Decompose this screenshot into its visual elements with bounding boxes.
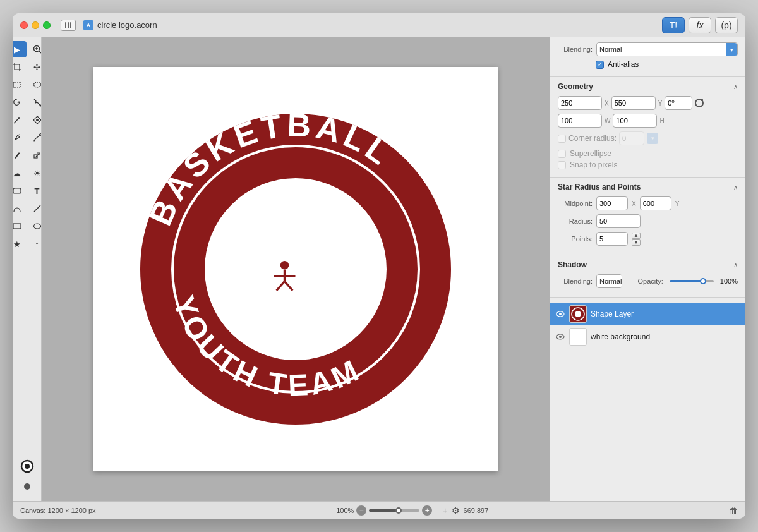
opacity-slider[interactable] [670, 280, 714, 282]
wand-tool[interactable] [13, 112, 27, 128]
add-layer-button[interactable]: + [442, 505, 447, 516]
corner-radius-input[interactable] [619, 131, 644, 145]
tab-params-button[interactable]: (p) [715, 17, 738, 33]
snap-to-pixels-checkbox[interactable] [558, 161, 566, 169]
transform-tool[interactable]: ✢ [28, 59, 42, 75]
sidebar-toggle-icon [65, 22, 71, 28]
star-chevron-icon[interactable]: ∧ [733, 184, 738, 191]
layer-shape-layer[interactable]: Shape Layer [550, 303, 745, 325]
geometry-title: Geometry [558, 82, 593, 91]
tab-layers-button[interactable]: T! [662, 17, 685, 33]
shadow-header: Shadow ∧ [558, 260, 738, 269]
svg-point-23 [24, 483, 30, 490]
layer-shape-visibility-icon[interactable] [555, 309, 565, 319]
points-row: Points: ▲ ▼ [558, 232, 738, 246]
midpoint-x-input[interactable] [596, 196, 628, 210]
svg-line-16 [34, 205, 40, 212]
arrow-tool[interactable]: ↑ [28, 236, 42, 252]
star-title: Star Radius and Points [558, 183, 641, 191]
select-tool[interactable]: ▶ [13, 41, 27, 57]
svg-line-7 [14, 118, 19, 123]
bezier-tool[interactable] [13, 200, 27, 217]
blending-value: Normal [597, 43, 726, 56]
superellipse-checkbox[interactable] [558, 150, 566, 158]
svg-rect-4 [13, 82, 21, 87]
crop-tool[interactable] [13, 59, 27, 75]
color-right-tool[interactable] [18, 478, 37, 495]
corner-radius-checkbox[interactable] [558, 135, 566, 143]
zoom-level: 100% [336, 507, 354, 514]
snap-to-pixels-label: Snap to pixels [570, 160, 617, 169]
zoom-in-button[interactable]: + [422, 505, 432, 516]
points-increment-button[interactable]: ▲ [632, 233, 641, 239]
zoom-out-button[interactable]: − [356, 505, 366, 516]
text-tool[interactable]: T [28, 183, 42, 199]
blending-select[interactable]: Normal ▾ [596, 42, 738, 56]
right-panel: Blending: Normal ▾ Anti-alias Geometry ∧ [550, 37, 745, 501]
rotation-dial[interactable] [695, 99, 704, 107]
blending-arrow-icon: ▾ [726, 43, 737, 56]
shadow-blending-select[interactable]: Normal ▾ [596, 274, 622, 288]
tab-fx-button[interactable]: fx [689, 17, 711, 33]
donut-tool[interactable] [18, 457, 37, 476]
y-input[interactable] [611, 96, 656, 110]
delete-layer-button[interactable]: 🗑 [729, 505, 738, 516]
sun-tool[interactable]: ☀ [28, 165, 42, 181]
layer-bg-thumb [569, 328, 587, 346]
settings-button[interactable]: ⚙ [452, 505, 460, 516]
clone-tool[interactable] [28, 147, 42, 164]
midpoint-y-input[interactable] [640, 196, 671, 210]
radius-input[interactable] [596, 214, 641, 228]
points-decrement-button[interactable]: ▼ [632, 239, 641, 246]
minimize-button[interactable] [32, 21, 39, 29]
path-tool[interactable] [28, 130, 42, 146]
zoom-slider[interactable] [369, 509, 419, 512]
ellipse-tool[interactable] [28, 218, 42, 234]
line-tool[interactable] [28, 200, 42, 217]
opacity-label: Opacity: [629, 277, 663, 285]
svg-point-18 [33, 224, 40, 229]
pen-tool[interactable] [13, 130, 27, 146]
h-input[interactable] [613, 114, 657, 128]
paint-tool[interactable] [13, 147, 27, 164]
close-button[interactable] [20, 21, 28, 29]
geometry-chevron-icon[interactable]: ∧ [733, 83, 738, 90]
magic-lasso-tool[interactable] [28, 94, 42, 111]
layer-bg-visibility-icon[interactable] [555, 332, 565, 342]
sidebar-toggle-button[interactable] [61, 20, 76, 31]
geometry-header: Geometry ∧ [558, 82, 738, 91]
titlebar-filename: A circle logo.acorn [83, 20, 157, 30]
rect-shape-tool[interactable] [13, 218, 27, 234]
ellipse-select-tool[interactable] [28, 76, 42, 93]
points-spinner[interactable]: ▲ ▼ [632, 233, 641, 246]
color-select-tool[interactable] [28, 112, 42, 128]
cloud-tool[interactable]: ☁ [13, 165, 27, 181]
color-left-tool[interactable] [13, 478, 16, 495]
shadow-section: Shadow ∧ Blending: Normal ▾ Opacity: 100… [550, 255, 745, 298]
star-tool[interactable]: ★ [13, 236, 27, 252]
zoom-tool[interactable] [28, 41, 42, 57]
main-area: ▶ ✢ [13, 37, 745, 501]
layer-shape-name: Shape Layer [591, 310, 740, 318]
coordinates: 669,897 [464, 507, 489, 514]
layer-white-background[interactable]: white background [550, 325, 745, 348]
app-window: A circle logo.acorn T! fx (p) ▶ [13, 13, 745, 519]
anti-alias-label: Anti-alias [608, 60, 639, 69]
points-input[interactable] [596, 232, 628, 246]
w-input[interactable] [558, 114, 602, 128]
rounded-rect-tool[interactable] [13, 183, 27, 199]
corner-radius-arrow: ▾ [647, 133, 658, 144]
rotation-input[interactable] [665, 96, 692, 110]
anti-alias-checkbox[interactable] [596, 61, 604, 69]
x-input[interactable] [558, 96, 602, 110]
shadow-title: Shadow [558, 260, 587, 269]
filename-label: circle logo.acorn [97, 20, 157, 30]
layers-section: Shape Layer white background [550, 298, 745, 501]
lasso-tool[interactable] [13, 94, 27, 111]
canvas-area[interactable]: BASKETBALL YOUTH TEAM [42, 37, 550, 501]
toolbar-tabs: T! fx (p) [662, 17, 738, 33]
maximize-button[interactable] [43, 21, 51, 29]
rect-select-tool[interactable] [13, 76, 27, 93]
statusbar: Canvas: 1200 × 1200 px 100% − + + ⚙ 669,… [13, 501, 745, 519]
shadow-chevron-icon[interactable]: ∧ [733, 262, 738, 269]
